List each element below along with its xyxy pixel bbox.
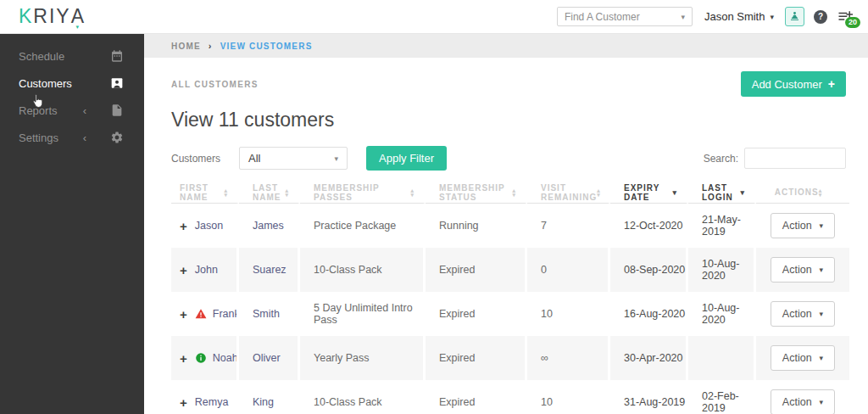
user-name: Jason Smith [704,10,765,23]
cell-actions: Action▾ [756,336,849,380]
cell-membership-passes: 10-Class Pack [300,380,426,414]
sort-updown-icon[interactable]: ▴▾ [512,188,516,197]
cell-first-name: +Noah [171,336,239,380]
last-name-link[interactable]: Smith [253,308,280,320]
logo-accent-triangle-icon: ▾ [76,24,81,31]
brand-logo[interactable]: KRIYA▾ [19,5,86,28]
last-name-link[interactable]: Oliver [253,352,281,364]
cell-last-name: Oliver [239,336,300,380]
table-row: +NoahOliverYearly PassExpired∞30-Apr-202… [171,336,849,380]
column-header-label: EXPIRY DATE [624,183,672,202]
cell-last-name: Smith [239,292,300,336]
page-title: View 11 customers [144,109,868,131]
column-header-passes[interactable]: MEMBERSHIP PASSES▴▾ [300,182,426,204]
sidebar-item-settings[interactable]: Settings‹ [0,124,144,151]
sidebar-item-customers[interactable]: Customers [0,70,144,97]
column-header-label: LAST NAME [253,183,285,202]
logo-letter: K [19,5,33,28]
cell-last-login: 10-Aug-2020 [688,292,756,336]
last-name-link[interactable]: James [253,220,284,232]
find-customer-select[interactable]: Find A Customer ▾ [557,7,693,26]
cell-last-name: King [239,380,300,414]
column-header-first[interactable]: FIRST NAME▴▾ [171,182,239,204]
action-button[interactable]: Action▾ [771,213,835,238]
action-button[interactable]: Action▾ [771,257,835,283]
first-name-link[interactable]: Remya [195,396,229,408]
cell-membership-status: Expired [426,336,527,380]
sidebar-item-label: Customers [19,77,110,90]
sidebar-item-label: Schedule [19,50,110,63]
info-icon [195,352,207,364]
search-label: Search: [704,153,738,165]
chevron-left-icon: ‹ [83,104,86,117]
find-customer-placeholder: Find A Customer [565,11,640,23]
sort-updown-icon[interactable]: ▴▾ [597,188,601,197]
sidebar-item-label: Reports [19,104,83,117]
plus-icon: + [828,77,835,91]
first-name-link[interactable]: Jason [195,220,223,232]
customers-filter-select[interactable]: All ▾ [239,147,348,170]
cell-actions: Action▾ [756,204,849,248]
cell-first-name: +Remya [171,380,239,414]
action-button-label: Action [782,308,812,320]
first-name-link[interactable]: John [195,264,218,276]
first-name-link[interactable]: Frank [213,308,239,320]
expand-row-icon[interactable]: + [180,220,187,232]
column-header-expiry[interactable]: EXPIRY DATE▾ [610,182,688,204]
chevron-down-icon: ▾ [770,13,774,21]
add-customer-button[interactable]: Add Customer + [741,71,846,97]
sort-updown-icon[interactable]: ▴▾ [410,188,415,197]
warning-icon [195,308,207,320]
table-row: +RemyaKing10-Class PackExpired1031-Aug-2… [171,380,849,414]
chevron-down-icon: ▾ [820,266,824,274]
action-button[interactable]: Action▾ [771,345,835,371]
last-name-link[interactable]: Suarez [253,264,287,276]
section-label: ALL CUSTOMERS [171,80,259,89]
last-name-link[interactable]: King [253,396,274,408]
cell-membership-status: Expired [426,248,527,292]
apply-filter-button[interactable]: Apply Filter [366,146,447,171]
cell-expiry-date: 08-Sep-2020 [610,248,688,292]
action-button[interactable]: Action▾ [771,301,835,327]
section-header: ALL CUSTOMERS Add Customer + [144,58,868,97]
cell-expiry-date: 16-Aug-2020 [610,292,688,336]
first-name-link[interactable]: Noah [213,352,238,364]
column-header-status[interactable]: MEMBERSHIP STATUS▴▾ [426,182,527,204]
chevron-down-icon: ▾ [820,398,824,406]
action-button[interactable]: Action▾ [771,389,835,414]
sort-desc-icon[interactable]: ▾ [740,188,745,197]
sort-updown-icon[interactable]: ▴▾ [224,188,228,197]
sidebar-item-schedule[interactable]: Schedule [0,42,144,70]
logo-letters: RIY [33,5,70,28]
sort-updown-icon[interactable]: ▴▾ [819,188,823,197]
expand-row-icon[interactable]: + [180,308,187,321]
search-input[interactable] [744,148,846,169]
expand-row-icon[interactable]: + [180,396,187,409]
help-icon[interactable]: ? [814,10,827,24]
column-header-label: ACTIONS [775,187,819,197]
expand-row-icon[interactable]: + [180,352,187,365]
chevron-down-icon: ▾ [820,221,824,230]
table-row: +JasonJamesPractice PackageRunning712-Oc… [171,204,849,248]
meditation-icon[interactable] [785,7,804,26]
column-header-login[interactable]: LAST LOGIN▾ [688,182,756,204]
breadcrumb-current[interactable]: VIEW CUSTOMERS [220,42,313,51]
sort-desc-icon[interactable]: ▾ [672,188,677,197]
sort-updown-icon[interactable]: ▴▾ [285,188,289,197]
cell-visit-remaining: 10 [527,292,610,336]
cell-last-login: 02-Feb-2019 [688,380,756,414]
column-header-visits[interactable]: VISIT REMAINING▴▾ [527,182,610,204]
user-menu[interactable]: Jason Smith ▾ [704,10,774,23]
column-header-actions[interactable]: ACTIONS▴▾ [756,182,849,204]
notifications-button[interactable]: 20 [837,10,853,24]
sidebar-item-reports[interactable]: Reports‹ [0,97,144,124]
expand-row-icon[interactable]: + [180,264,187,277]
cell-visit-remaining: 10 [527,380,610,414]
cell-visit-remaining: ∞ [527,336,610,380]
cell-visit-remaining: 0 [527,248,610,292]
breadcrumb-home-link[interactable]: HOME [171,42,201,51]
cell-membership-status: Expired [426,380,527,414]
cell-expiry-date: 30-Apr-2020 [610,336,688,380]
sidebar-item-label: Settings [19,131,83,144]
column-header-last[interactable]: LAST NAME▴▾ [239,182,300,204]
